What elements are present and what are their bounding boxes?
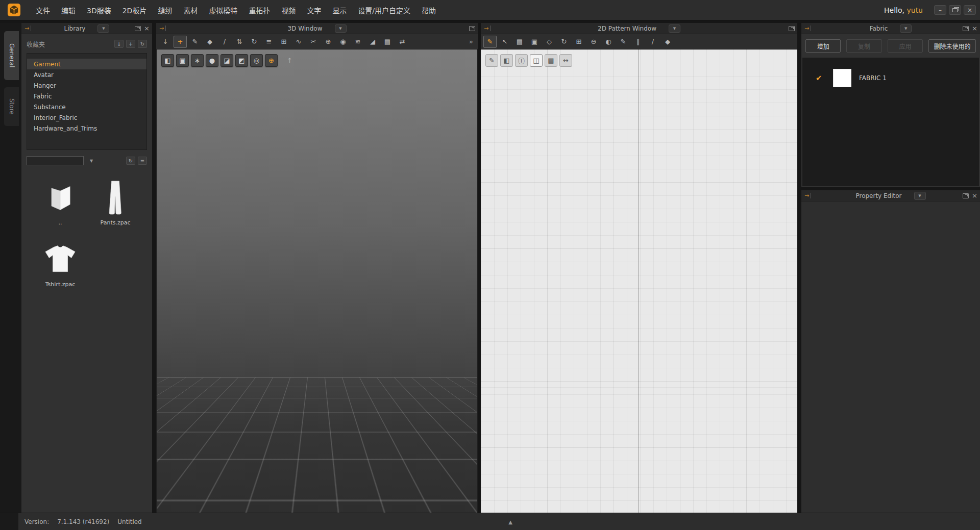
panel-menu-dropdown-icon[interactable]: ▼ (335, 24, 347, 33)
dock-arrow-icon[interactable]: → (159, 26, 166, 31)
undock-panel-icon[interactable] (135, 26, 141, 31)
show-cloth-alt-icon[interactable]: ◩ (235, 54, 248, 67)
layout-single-icon[interactable] (894, 517, 906, 526)
pattern-mark-icon[interactable]: ▤ (545, 54, 557, 67)
undock-panel-icon[interactable] (963, 193, 969, 198)
button-icon[interactable]: ◉ (336, 36, 350, 48)
import-icon[interactable]: ↓ (114, 40, 124, 48)
menu-file[interactable]: 文件 (30, 5, 56, 15)
copy-fabric-button[interactable]: 复制 (846, 39, 881, 53)
arrange-icon[interactable]: ⇅ (233, 36, 246, 48)
menu-2d-pattern[interactable]: 2D板片 (117, 5, 153, 15)
panel-menu-dropdown-icon[interactable]: ▼ (900, 24, 912, 33)
folder-hardware-and-trims[interactable]: Hardware_and_Trims (27, 123, 146, 134)
select-garment-icon[interactable]: ◆ (203, 36, 216, 48)
show-pattern-icon[interactable]: ◫ (530, 54, 543, 67)
2d-pattern-canvas[interactable]: ✎◧ⓘ◫▤↔ (481, 49, 797, 513)
line-icon[interactable]: ∕ (646, 36, 659, 48)
menu-settings-custom[interactable]: 设置/用户自定义 (352, 5, 416, 15)
undock-panel-icon[interactable] (469, 26, 475, 31)
avatar-tape-icon[interactable]: ≡ (262, 36, 276, 48)
add-folder-icon[interactable]: + (126, 40, 135, 48)
zipper-icon[interactable]: ≋ (351, 36, 364, 48)
dock-arrow-icon[interactable]: → (24, 26, 31, 31)
folder-hanger[interactable]: Hanger (27, 80, 146, 91)
tab-general[interactable]: General (4, 31, 19, 80)
paint-icon[interactable]: ◧ (500, 54, 513, 67)
trim-icon[interactable]: ◆ (661, 36, 674, 48)
library-item-pants[interactable]: Pants.zpac (88, 179, 143, 226)
select-move-icon[interactable]: + (174, 36, 187, 48)
quilt-grid-icon[interactable]: ⊞ (277, 36, 290, 48)
undock-panel-icon[interactable] (963, 26, 969, 31)
layout-two-pane-icon[interactable] (911, 517, 923, 526)
refresh-icon[interactable]: ↻ (126, 157, 135, 165)
restore-icon[interactable] (949, 5, 961, 15)
menu-retopology[interactable]: 重拓扑 (243, 5, 276, 15)
menu-edit[interactable]: 编辑 (56, 5, 81, 15)
close-panel-icon[interactable]: × (972, 26, 977, 31)
folder-substance[interactable]: Substance (27, 102, 146, 112)
show-garment-icon[interactable]: ▣ (176, 54, 189, 67)
fold-icon[interactable]: ◢ (366, 36, 379, 48)
show-avatar-icon[interactable]: ● (206, 54, 218, 67)
pen-icon[interactable]: ✎ (617, 36, 630, 48)
panel-menu-dropdown-icon[interactable]: ▼ (669, 24, 680, 33)
pleats-icon[interactable]: ∥ (631, 36, 645, 48)
rotate-icon[interactable]: ↻ (557, 36, 571, 48)
measure-tape-icon[interactable]: ↔ (559, 54, 572, 67)
roller-icon[interactable]: ⊖ (587, 36, 600, 48)
tack-icon[interactable]: ⇄ (396, 36, 409, 48)
show-spec-icon[interactable]: ◐ (602, 36, 615, 48)
add-button-icon[interactable]: ⊕ (322, 36, 335, 48)
menu-display[interactable]: 显示 (327, 5, 352, 15)
edit-pattern-icon[interactable]: ↖ (498, 36, 511, 48)
expand-panel-icon[interactable]: ▲ (508, 519, 512, 524)
edit-texture-icon[interactable]: ✎ (485, 54, 498, 67)
search-filter-dropdown-icon[interactable]: ▼ (84, 159, 99, 163)
transform-pattern-icon[interactable]: ✎ (483, 36, 497, 48)
folder-fabric[interactable]: Fabric (27, 91, 146, 102)
layout-reset-icon[interactable] (962, 517, 974, 526)
apply-fabric-button[interactable]: 应用 (888, 39, 923, 53)
select-mesh-icon[interactable]: ✎ (188, 36, 202, 48)
menu-text[interactable]: 文字 (301, 5, 327, 15)
library-item-tshirt[interactable]: Tshirt.zpac (33, 240, 88, 288)
layout-four-pane-icon[interactable] (945, 517, 957, 526)
simulate-icon[interactable]: ↓ (159, 36, 172, 48)
close-panel-icon[interactable]: × (144, 26, 150, 31)
menu-3d-garment[interactable]: 3D服装 (81, 5, 117, 15)
undock-panel-icon[interactable] (789, 26, 795, 31)
show-particles-icon[interactable]: ∗ (191, 54, 204, 67)
panel-menu-dropdown-icon[interactable]: ▼ (97, 24, 109, 33)
show-map-globe-icon[interactable]: ⊕ (265, 54, 278, 67)
list-view-icon[interactable]: ≡ (138, 157, 147, 165)
refresh-icon[interactable]: ↻ (138, 40, 147, 48)
checkmark-icon[interactable]: ✔ (816, 73, 833, 83)
fabric-swatch[interactable] (833, 69, 851, 87)
pattern-folder-icon[interactable]: ▤ (513, 36, 526, 48)
image-icon[interactable]: ▣ (528, 36, 541, 48)
dock-arrow-icon[interactable]: → (484, 26, 491, 31)
search-input[interactable] (27, 156, 84, 165)
render-mode-icon[interactable]: ◧ (161, 54, 174, 67)
trace-icon[interactable]: ◇ (543, 36, 556, 48)
menu-sewing[interactable]: 缝纫 (152, 5, 178, 15)
scissors-icon[interactable]: ✂ (307, 36, 320, 48)
grid-icon[interactable]: ⊞ (572, 36, 585, 48)
snap-plate-icon[interactable]: ↑ (283, 54, 296, 67)
library-item-parent-folder[interactable]: .. (33, 179, 88, 226)
menu-help[interactable]: 帮助 (416, 5, 442, 15)
fabric-strip-icon[interactable]: ▤ (381, 36, 394, 48)
panel-menu-dropdown-icon[interactable]: ▼ (914, 192, 926, 200)
pin-icon[interactable]: ∕ (218, 36, 231, 48)
delete-unused-fabric-button[interactable]: 删除未使用的 (928, 39, 976, 53)
minimize-icon[interactable]: – (934, 5, 946, 15)
dock-arrow-icon[interactable]: → (804, 26, 811, 31)
flip-icon[interactable]: ↻ (248, 36, 261, 48)
show-cloth-icon[interactable]: ◪ (220, 54, 233, 67)
folder-interior-fabric[interactable]: Interior_Fabric (27, 112, 146, 123)
folder-garment[interactable]: Garment (27, 59, 146, 69)
menu-avatar[interactable]: 虚拟模特 (203, 5, 243, 15)
3d-viewport[interactable]: ◧▣∗●◪◩◎⊕↑ (156, 49, 478, 513)
